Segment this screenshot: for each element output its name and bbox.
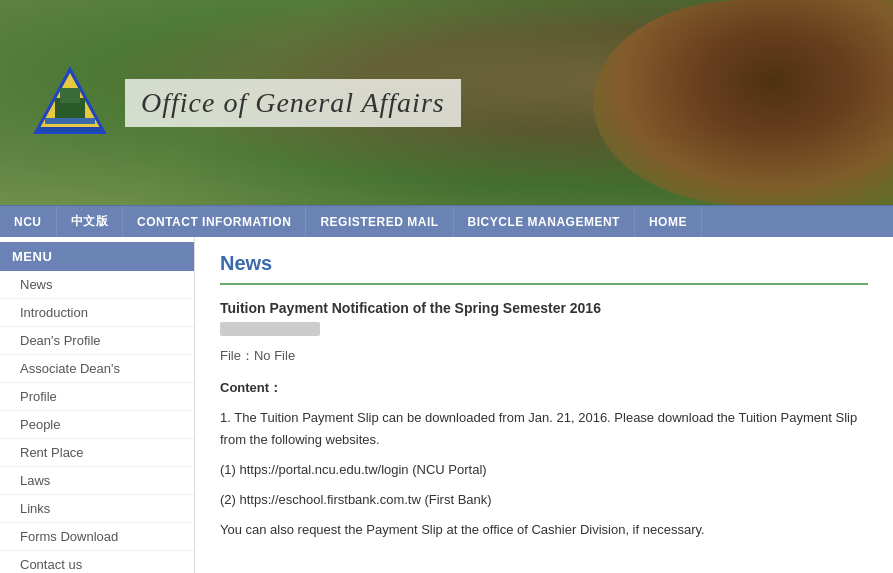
nav-ncu[interactable]: NCU <box>0 206 57 237</box>
content-area: News Tuition Payment Notification of the… <box>195 237 893 573</box>
news-date-blurred <box>220 322 320 336</box>
header: Office of General Affairs <box>0 0 893 205</box>
content-line-1: 1. The Tuition Payment Slip can be downl… <box>220 407 868 451</box>
pine-cone-decoration <box>593 0 893 205</box>
sidebar-title: MENU <box>0 242 194 271</box>
main-container: MENU News Introduction Dean's Profile As… <box>0 237 893 573</box>
sidebar-item-contact-us[interactable]: Contact us <box>0 551 194 573</box>
sidebar-item-deans-profile[interactable]: Dean's Profile <box>0 327 194 355</box>
sidebar-item-introduction[interactable]: Introduction <box>0 299 194 327</box>
section-title: News <box>220 252 868 285</box>
sidebar-item-news[interactable]: News <box>0 271 194 299</box>
content-label: Content： <box>220 380 282 395</box>
sidebar-item-people[interactable]: People <box>0 411 194 439</box>
file-label: File： <box>220 348 254 363</box>
sidebar-item-forms-download[interactable]: Forms Download <box>0 523 194 551</box>
sidebar-item-links[interactable]: Links <box>0 495 194 523</box>
content-line-4: You can also request the Payment Slip at… <box>220 519 868 541</box>
sidebar-item-laws[interactable]: Laws <box>0 467 194 495</box>
header-content: Office of General Affairs <box>30 63 461 143</box>
sidebar-item-associate-deans[interactable]: Associate Dean's <box>0 355 194 383</box>
content-line-3: (2) https://eschool.firstbank.com.tw (Fi… <box>220 489 868 511</box>
navbar: NCU 中文版 CONTACT INFORMATION REGISTERED M… <box>0 205 893 237</box>
nav-bicycle-management[interactable]: BICYCLE MANAGEMENT <box>454 206 635 237</box>
news-title: Tuition Payment Notification of the Spri… <box>220 300 868 316</box>
nav-chinese[interactable]: 中文版 <box>57 206 124 237</box>
nav-contact-information[interactable]: CONTACT INFORMATION <box>123 206 306 237</box>
sidebar: MENU News Introduction Dean's Profile As… <box>0 237 195 573</box>
file-value: No File <box>254 348 295 363</box>
news-file: File：No File <box>220 347 868 365</box>
sidebar-item-rent-place[interactable]: Rent Place <box>0 439 194 467</box>
nav-home[interactable]: HOME <box>635 206 702 237</box>
header-title: Office of General Affairs <box>125 79 461 127</box>
sidebar-item-profile[interactable]: Profile <box>0 383 194 411</box>
logo-triangle <box>30 63 110 143</box>
svg-rect-4 <box>45 118 95 124</box>
svg-rect-3 <box>60 88 80 103</box>
news-content: Content： 1. The Tuition Payment Slip can… <box>220 377 868 542</box>
nav-registered-mail[interactable]: REGISTERED MAIL <box>306 206 453 237</box>
content-line-2: (1) https://portal.ncu.edu.tw/login (NCU… <box>220 459 868 481</box>
